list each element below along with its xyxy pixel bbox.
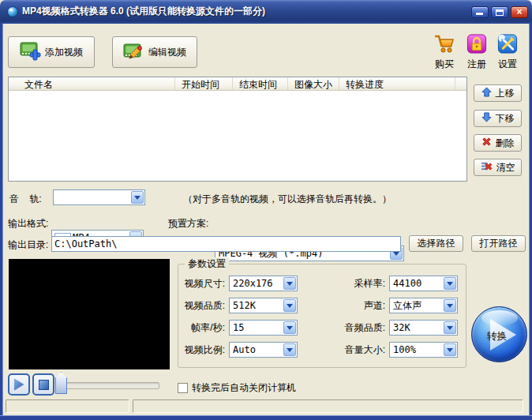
audio-track-label: 音 轨: (9, 193, 42, 206)
audio-quality-label: 音频品质: (299, 321, 389, 335)
audio-quality-select[interactable]: 32K (389, 320, 458, 336)
chevron-down-icon[interactable] (283, 299, 296, 312)
frame-rate-select[interactable]: 15 (229, 320, 298, 336)
red-x-icon (481, 137, 492, 149)
move-up-button[interactable]: 上移 (474, 84, 522, 102)
file-list-body[interactable] (9, 91, 466, 181)
volume-select[interactable]: 100% (389, 342, 458, 358)
frame-rate-value: 15 (233, 321, 282, 335)
shopping-cart-icon (433, 46, 455, 57)
add-video-button[interactable]: 添加视频 (8, 36, 95, 68)
sample-rate-label: 采样率: (299, 277, 389, 291)
list-red-x-icon (481, 161, 493, 174)
close-button[interactable]: × (511, 6, 528, 18)
channels-label: 声道: (299, 299, 389, 313)
buy-label: 购买 (429, 58, 460, 71)
chevron-down-icon[interactable] (283, 343, 296, 356)
output-format-label: 输出格式: (8, 217, 48, 231)
move-up-label: 上移 (496, 87, 515, 100)
sample-rate-select[interactable]: 44100 (389, 276, 458, 291)
minimize-icon (476, 13, 483, 15)
stop-icon (39, 380, 49, 390)
clear-label: 清空 (496, 161, 515, 174)
maximize-button[interactable] (491, 6, 508, 18)
window-controls: × (471, 6, 528, 18)
volume-value: 100% (393, 343, 442, 357)
preset-label: 预置方案: (168, 217, 208, 231)
seek-slider-thumb[interactable] (55, 372, 67, 394)
video-quality-select[interactable]: 512K (229, 298, 298, 313)
stop-button[interactable] (32, 373, 54, 396)
video-preview (9, 259, 170, 369)
convert-button[interactable]: 转换 (471, 306, 527, 362)
channels-select[interactable]: 立体声 (389, 298, 458, 313)
chevron-down-icon[interactable] (444, 321, 456, 334)
chevron-down-icon[interactable] (131, 191, 144, 204)
aspect-ratio-label: 视频比例: (178, 343, 229, 357)
film-pencil-icon (123, 41, 144, 63)
edit-video-button[interactable]: 编辑视频 (112, 36, 197, 68)
video-size-label: 视频尺寸: (178, 277, 229, 291)
video-quality-label: 视频品质: (178, 299, 229, 313)
choose-path-label: 选择路径 (418, 237, 455, 250)
video-size-value: 220x176 (233, 277, 282, 291)
tools-icon (496, 46, 519, 57)
audio-quality-value: 32K (393, 321, 442, 335)
column-image-size[interactable]: 图像大小 (288, 77, 339, 90)
output-dir-input[interactable] (51, 236, 401, 252)
settings-label: 设置 (492, 58, 523, 71)
arrow-down-icon (481, 112, 492, 125)
seek-slider-track[interactable] (60, 382, 159, 389)
parameter-settings-title: 参数设置 (185, 257, 229, 271)
choose-path-button[interactable]: 选择路径 (409, 235, 463, 252)
open-path-button[interactable]: 打开路径 (471, 235, 526, 252)
column-end-time[interactable]: 结束时间 (233, 77, 288, 90)
delete-button[interactable]: 删除 (474, 134, 522, 152)
shutdown-checkbox[interactable] (178, 383, 188, 393)
add-video-label: 添加视频 (45, 46, 83, 59)
app-icon[interactable] (6, 6, 19, 18)
chevron-down-icon[interactable] (283, 321, 296, 334)
frame-rate-label: 帧率/秒: (178, 321, 229, 335)
app-window: MP4视频格式转换器 6.0 (试用版只能转换源文件的一部分) × 添加视频 (0, 0, 532, 420)
video-size-select[interactable]: 220x176 (229, 276, 298, 291)
output-dir-label: 输出目录: (8, 238, 48, 252)
column-progress[interactable]: 转换进度 (339, 77, 455, 90)
arrow-up-icon (481, 87, 492, 99)
play-button[interactable] (8, 373, 30, 396)
video-quality-value: 512K (233, 299, 282, 313)
window-border-right (529, 24, 532, 420)
chevron-down-icon[interactable] (444, 277, 456, 290)
clear-button[interactable]: 清空 (474, 159, 522, 176)
move-down-button[interactable]: 下移 (474, 110, 522, 127)
column-filler (455, 77, 466, 90)
chevron-down-icon[interactable] (444, 343, 456, 356)
register-label: 注册 (461, 58, 493, 71)
film-plus-icon (20, 41, 41, 63)
file-list[interactable]: 文件名 开始时间 结束时间 图像大小 转换进度 (8, 77, 467, 182)
buy-button[interactable]: 购买 (429, 33, 460, 71)
maximize-icon (496, 9, 504, 16)
minimize-button[interactable] (471, 6, 489, 18)
audio-track-select[interactable] (53, 189, 145, 205)
column-filename[interactable]: 文件名 (9, 77, 175, 90)
titlebar[interactable]: MP4视频格式转换器 6.0 (试用版只能转换源文件的一部分) × (0, 0, 532, 24)
lock-icon (466, 46, 488, 57)
aspect-ratio-value: Auto (233, 343, 282, 357)
close-icon: × (511, 7, 527, 17)
parameter-settings-group: 参数设置 视频尺寸: 220x176 采样率: 44100 视频品质: 512K… (178, 264, 466, 368)
edit-video-label: 编辑视频 (148, 46, 186, 59)
volume-label: 音量大小: (299, 343, 389, 357)
window-border-bottom (0, 415, 532, 420)
chevron-down-icon[interactable] (283, 277, 296, 290)
sample-rate-value: 44100 (393, 277, 442, 291)
register-button[interactable]: 注册 (461, 33, 493, 71)
shutdown-option: 转换完后自动关闭计算机 (178, 381, 296, 395)
aspect-ratio-select[interactable]: Auto (229, 342, 298, 358)
shutdown-label: 转换完后自动关闭计算机 (192, 381, 296, 395)
audio-track-hint: （对于多音轨的视频，可以选择音轨后再转换。） (183, 193, 392, 206)
settings-button[interactable]: 设置 (492, 33, 523, 71)
chevron-down-icon[interactable] (444, 299, 456, 312)
convert-label: 转换 (472, 329, 522, 343)
column-start-time[interactable]: 开始时间 (175, 77, 233, 90)
